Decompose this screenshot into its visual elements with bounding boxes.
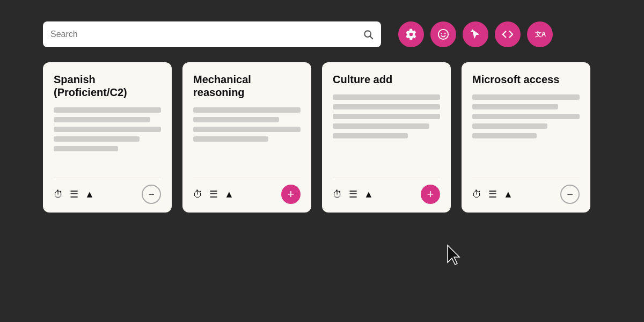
timer-icon[interactable]: ⏱ (333, 189, 342, 200)
svg-point-4 (444, 33, 445, 34)
search-button[interactable] (363, 29, 374, 40)
chart-icon[interactable]: ▲ (224, 189, 234, 200)
search-container (43, 21, 381, 47)
toolbar: 文A (43, 21, 601, 47)
svg-line-1 (370, 36, 373, 39)
search-input[interactable] (50, 30, 363, 39)
icon-buttons: 文A (398, 21, 553, 47)
svg-point-3 (441, 33, 442, 34)
line (333, 104, 440, 109)
line (193, 117, 279, 122)
svg-marker-9 (448, 245, 459, 265)
code-button[interactable] (495, 21, 521, 47)
line (54, 127, 161, 132)
list-icon[interactable]: ☰ (488, 188, 497, 200)
list-icon[interactable]: ☰ (349, 188, 357, 200)
card-spanish-footer: ⏱ ☰ ▲ − (54, 178, 161, 204)
emoji-button[interactable] (430, 21, 456, 47)
card-culture: Culture add ⏱ ☰ ▲ + (322, 62, 451, 213)
remove-button[interactable]: − (142, 185, 161, 204)
line (472, 104, 558, 109)
line (54, 117, 150, 122)
timer-icon[interactable]: ⏱ (472, 189, 482, 200)
line (54, 146, 118, 151)
svg-point-2 (438, 30, 448, 39)
card-culture-footer: ⏱ ☰ ▲ + (333, 178, 440, 204)
timer-icon[interactable]: ⏱ (54, 189, 63, 200)
remove-button[interactable]: − (560, 185, 580, 204)
chart-icon[interactable]: ▲ (503, 189, 513, 200)
line (193, 107, 301, 113)
card-culture-lines (333, 94, 440, 167)
card-microsoft: Microsoft access ⏱ ☰ ▲ − (462, 62, 590, 213)
list-icon[interactable]: ☰ (70, 188, 78, 200)
line (333, 94, 440, 100)
line (472, 133, 537, 138)
svg-text:文A: 文A (535, 31, 546, 38)
timer-icon[interactable]: ⏱ (193, 189, 203, 200)
svg-line-7 (472, 31, 472, 31)
translate-button[interactable]: 文A (527, 21, 553, 47)
line (472, 123, 547, 129)
card-microsoft-footer: ⏱ ☰ ▲ − (472, 178, 580, 204)
add-button-active[interactable]: + (421, 185, 440, 204)
card-mechanical-footer: ⏱ ☰ ▲ + (193, 178, 301, 204)
gear-button[interactable] (398, 21, 424, 47)
card-microsoft-title: Microsoft access (472, 73, 580, 86)
add-button[interactable]: + (281, 185, 301, 204)
card-mechanical-title: Mechanical reasoning (193, 73, 301, 99)
cursor-click-button[interactable] (463, 21, 488, 47)
card-spanish: Spanish (Proficient/C2) ⏱ ☰ ▲ − (43, 62, 172, 213)
card-mechanical-lines (193, 107, 301, 167)
line (333, 114, 440, 119)
card-spanish-title: Spanish (Proficient/C2) (54, 73, 161, 99)
card-culture-title: Culture add (333, 73, 440, 86)
card-spanish-lines (54, 107, 161, 167)
cards-container: Spanish (Proficient/C2) ⏱ ☰ ▲ − Mechanic… (43, 62, 601, 213)
line (333, 133, 408, 138)
line (193, 136, 268, 142)
card-microsoft-lines (472, 94, 580, 167)
line (333, 123, 429, 129)
card-mechanical: Mechanical reasoning ⏱ ☰ ▲ + (182, 62, 311, 213)
line (472, 114, 580, 119)
chart-icon[interactable]: ▲ (364, 189, 374, 200)
line (54, 136, 140, 142)
line (54, 107, 161, 113)
chart-icon[interactable]: ▲ (85, 189, 94, 200)
line (193, 127, 301, 132)
cursor-overlay (445, 244, 463, 266)
list-icon[interactable]: ☰ (209, 188, 218, 200)
line (472, 94, 580, 100)
